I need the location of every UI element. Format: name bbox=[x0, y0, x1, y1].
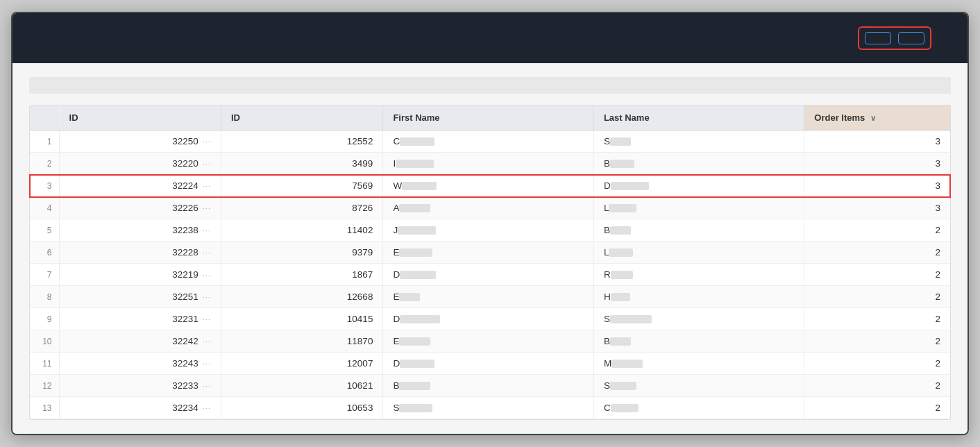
cell-id1: 32250··· bbox=[59, 130, 221, 153]
cell-id1: 32231··· bbox=[59, 308, 221, 330]
data-table-wrapper: ID ID First Name Last Name Order Items ∨… bbox=[29, 105, 951, 420]
cell-lastname: C bbox=[593, 397, 804, 419]
cell-id1: 32219··· bbox=[59, 264, 221, 286]
cell-lastname: B bbox=[593, 153, 804, 175]
cell-orderitems: 3 bbox=[804, 130, 950, 153]
data-table: ID ID First Name Last Name Order Items ∨… bbox=[30, 106, 950, 419]
ellipsis-icon: ··· bbox=[203, 315, 211, 323]
cell-lastname: H bbox=[593, 286, 804, 308]
ellipsis-icon: ··· bbox=[203, 160, 211, 168]
cell-firstname: S bbox=[383, 397, 593, 419]
blurred-text bbox=[400, 315, 440, 323]
sort-arrow-icon: ∨ bbox=[870, 114, 876, 122]
table-row[interactable]: 1032242···11870EB2 bbox=[30, 330, 950, 353]
ellipsis-icon: ··· bbox=[203, 293, 211, 301]
cell-orderitems: 3 bbox=[804, 197, 950, 219]
cell-id1: 32226··· bbox=[59, 197, 221, 219]
cell-id2: 12552 bbox=[221, 130, 382, 153]
ellipsis-icon: ··· bbox=[203, 248, 211, 257]
cell-rownum: 7 bbox=[30, 264, 59, 286]
col-header-id2: ID bbox=[221, 106, 382, 130]
table-row[interactable]: 132250···12552CS3 bbox=[30, 130, 950, 153]
cell-orderitems: 2 bbox=[804, 286, 950, 308]
table-body: 132250···12552CS3232220···3499IB3332224·… bbox=[30, 130, 950, 419]
cell-firstname: E bbox=[383, 242, 593, 264]
cell-orderitems: 2 bbox=[804, 353, 950, 375]
cell-firstname: D bbox=[383, 353, 593, 375]
blurred-text bbox=[610, 226, 631, 235]
table-row[interactable]: 332224···7569WD3 bbox=[30, 175, 950, 197]
ellipsis-icon: ··· bbox=[203, 271, 211, 279]
cell-id1: 32228··· bbox=[59, 242, 221, 264]
cell-lastname: B bbox=[593, 219, 804, 242]
table-row[interactable]: 1232233···10621BS2 bbox=[30, 375, 950, 397]
cell-lastname: B bbox=[593, 330, 804, 353]
cell-rownum: 13 bbox=[30, 397, 59, 419]
blurred-text bbox=[399, 404, 432, 412]
cell-id2: 11402 bbox=[221, 219, 382, 242]
cell-rownum: 1 bbox=[30, 130, 59, 153]
cell-lastname: S bbox=[593, 308, 804, 330]
table-row[interactable]: 932231···10415DS2 bbox=[30, 308, 950, 330]
cell-orderitems: 3 bbox=[804, 153, 950, 175]
blurred-text bbox=[400, 271, 436, 279]
header-actions-group bbox=[858, 26, 931, 50]
table-row[interactable]: 232220···3499IB3 bbox=[30, 153, 950, 175]
cell-id2: 12668 bbox=[221, 286, 382, 308]
cell-orderitems: 2 bbox=[804, 264, 950, 286]
blurred-text bbox=[399, 248, 432, 257]
cell-id2: 11870 bbox=[221, 330, 382, 353]
cell-id2: 8726 bbox=[221, 197, 382, 219]
cell-firstname: D bbox=[383, 264, 593, 286]
cell-lastname: L bbox=[593, 197, 804, 219]
col-header-id1: ID bbox=[59, 106, 221, 130]
close-button[interactable] bbox=[943, 35, 954, 41]
table-row[interactable]: 432226···8726AL3 bbox=[30, 197, 950, 219]
table-header-row: ID ID First Name Last Name Order Items ∨ bbox=[30, 106, 950, 130]
ellipsis-icon: ··· bbox=[203, 226, 211, 235]
ellipsis-icon: ··· bbox=[203, 382, 211, 390]
cell-firstname: B bbox=[383, 375, 593, 397]
blurred-text bbox=[610, 160, 634, 168]
cell-id1: 32220··· bbox=[59, 153, 221, 175]
download-results-button[interactable] bbox=[898, 32, 924, 44]
cell-id1: 32234··· bbox=[59, 397, 221, 419]
cell-rownum: 12 bbox=[30, 375, 59, 397]
blurred-text bbox=[609, 204, 636, 212]
table-row[interactable]: 1132243···12007DM2 bbox=[30, 353, 950, 375]
blurred-text bbox=[611, 182, 649, 190]
blurred-text bbox=[611, 404, 639, 412]
blurred-text bbox=[399, 204, 430, 212]
table-row[interactable]: 732219···1867DR2 bbox=[30, 264, 950, 286]
cell-orderitems: 2 bbox=[804, 219, 950, 242]
col-header-rownum bbox=[30, 106, 59, 130]
col-header-orderitems[interactable]: Order Items ∨ bbox=[804, 106, 950, 130]
cell-orderitems: 2 bbox=[804, 308, 950, 330]
cell-id1: 32251··· bbox=[59, 286, 221, 308]
cell-firstname: C bbox=[383, 130, 593, 153]
cell-lastname: S bbox=[593, 130, 804, 153]
cell-firstname: A bbox=[383, 197, 593, 219]
blurred-text bbox=[610, 337, 631, 346]
cell-firstname: W bbox=[383, 175, 593, 197]
table-row[interactable]: 532238···11402JB2 bbox=[30, 219, 950, 242]
ellipsis-icon: ··· bbox=[203, 137, 211, 146]
cell-id1: 32243··· bbox=[59, 353, 221, 375]
blurred-text bbox=[611, 293, 630, 301]
table-row[interactable]: 1332234···10653SC2 bbox=[30, 397, 950, 419]
table-row[interactable]: 832251···12668EH2 bbox=[30, 286, 950, 308]
cell-id2: 10621 bbox=[221, 375, 382, 397]
table-row[interactable]: 632228···9379EL2 bbox=[30, 242, 950, 264]
explore-from-here-button[interactable] bbox=[865, 32, 891, 44]
blurred-text bbox=[398, 226, 436, 235]
cell-id1: 32242··· bbox=[59, 330, 221, 353]
blurred-text bbox=[611, 360, 643, 368]
cell-lastname: M bbox=[593, 353, 804, 375]
cell-id2: 1867 bbox=[221, 264, 382, 286]
cell-id2: 7569 bbox=[221, 175, 382, 197]
blurred-text bbox=[402, 182, 437, 190]
cell-id2: 12007 bbox=[221, 353, 382, 375]
cell-firstname: E bbox=[383, 286, 593, 308]
cell-firstname: I bbox=[383, 153, 593, 175]
cell-firstname: J bbox=[383, 219, 593, 242]
